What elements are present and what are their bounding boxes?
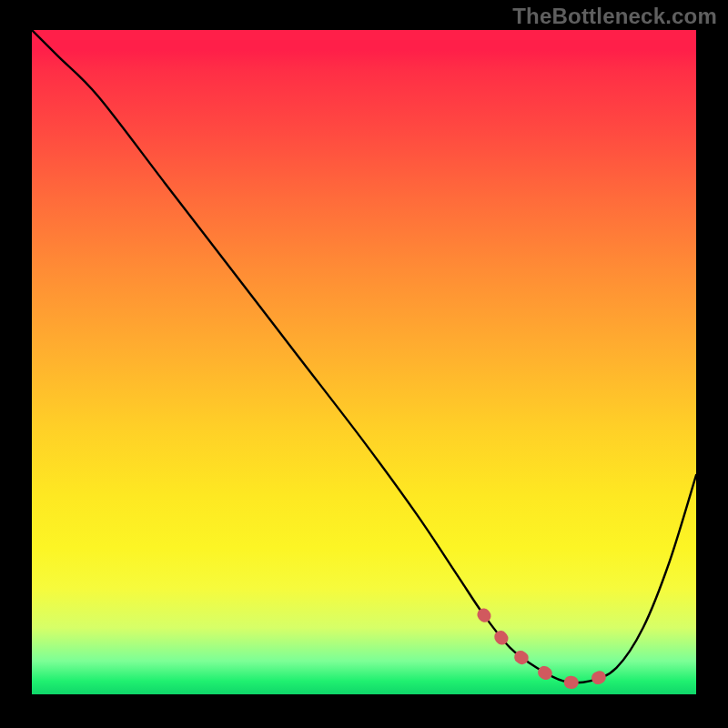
watermark-text: TheBottleneck.com bbox=[512, 4, 717, 29]
bottleneck-curve bbox=[32, 30, 696, 682]
chart-svg bbox=[32, 30, 696, 694]
chart-area bbox=[32, 30, 696, 694]
optimal-range-marker bbox=[483, 614, 616, 682]
